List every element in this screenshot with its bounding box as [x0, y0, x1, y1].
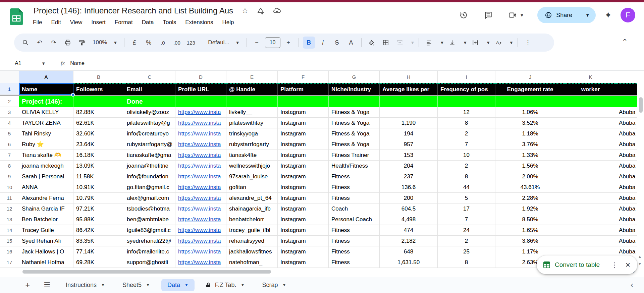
header-cell-email[interactable]: Email [124, 83, 175, 95]
cell[interactable] [380, 96, 438, 107]
all-sheets-menu-icon[interactable]: ☰ [40, 278, 54, 292]
column-header-G[interactable]: G [329, 71, 380, 83]
add-sheet-icon[interactable]: ＋ [21, 278, 34, 292]
menu-extensions[interactable]: Extensions [185, 19, 213, 26]
cell[interactable]: info@mailerlite.c [124, 246, 175, 257]
cell[interactable]: 12 [438, 107, 495, 118]
cell[interactable]: 97sarah_louise [226, 171, 278, 182]
increase-decimal-button[interactable]: .00 [171, 37, 183, 49]
select-all-corner[interactable] [0, 71, 19, 83]
cell[interactable]: livkelly__ [226, 107, 278, 118]
font-family-select[interactable]: Defaul...▼ [205, 39, 242, 46]
document-title[interactable]: Project (146): Influencer Research and L… [34, 6, 233, 15]
cell[interactable]: 237 [380, 171, 438, 182]
cell[interactable]: tianaskafte@gma [124, 150, 175, 161]
cell[interactable]: 16.18K [73, 150, 124, 161]
header-cell-followers[interactable]: Followers [73, 83, 124, 95]
cell[interactable]: 1,631.50 [380, 257, 438, 268]
sheet-tab-data[interactable]: Data▼ [161, 279, 195, 291]
cell[interactable]: 83.35K [73, 236, 124, 246]
star-icon[interactable]: ☆ [242, 7, 248, 15]
cell[interactable]: 8.50% [495, 214, 565, 225]
cell[interactable]: Fitness & Yoga [329, 139, 380, 150]
cell[interactable]: Fitness [329, 182, 380, 193]
cell[interactable]: syedrehanali22@ [124, 236, 175, 246]
cell[interactable]: 474 [380, 225, 438, 236]
cell[interactable]: joanna@thefitne [124, 161, 175, 171]
row-number-1[interactable]: 1 [0, 83, 19, 95]
vertical-align-caret[interactable]: ▼ [463, 40, 467, 45]
menu-view[interactable]: View [70, 19, 83, 26]
row-number-3[interactable]: 3 [0, 107, 19, 118]
row-number-11[interactable]: 11 [0, 193, 19, 203]
vertical-align-button[interactable] [446, 37, 458, 49]
vertical-scrollbar[interactable] [637, 83, 644, 271]
cell[interactable]: Instagram [278, 257, 329, 268]
cell[interactable]: Fitness [329, 246, 380, 257]
sheet-tab-caret[interactable]: ▼ [146, 283, 150, 287]
cell[interactable]: https://www.insta [175, 193, 226, 203]
cell[interactable]: tracey_guile_ifbl [226, 225, 278, 236]
menu-tools[interactable]: Tools [163, 19, 176, 26]
row-number-7[interactable]: 7 [0, 150, 19, 161]
sheet-tab-caret[interactable]: ▼ [241, 283, 245, 287]
font-size-input[interactable]: 10 [265, 37, 280, 48]
cell[interactable]: 2,182 [380, 236, 438, 246]
cell[interactable] [565, 182, 616, 193]
cell[interactable]: https://www.insta [175, 139, 226, 150]
cell[interactable]: Fitness [329, 225, 380, 236]
vertical-scroll-arrows[interactable]: ▲▼ [638, 254, 642, 266]
share-options-caret[interactable]: ▼ [579, 7, 596, 23]
formula-input[interactable]: Name [70, 60, 85, 66]
header-cell-niche[interactable]: Niche/Industry [329, 83, 380, 95]
cell[interactable]: 7 [438, 214, 495, 225]
cell[interactable] [565, 214, 616, 225]
cell[interactable]: jackhallowsfitnes [226, 246, 278, 257]
sheet-tab-instructions[interactable]: Instructions▼ [60, 279, 111, 291]
cell[interactable]: https://www.insta [175, 257, 226, 268]
account-avatar[interactable]: F [621, 8, 635, 22]
cell[interactable]: https://www.insta [175, 107, 226, 118]
cell[interactable]: Fitness & Yoga [329, 128, 380, 139]
cell[interactable]: https://www.insta [175, 203, 226, 214]
cell[interactable]: 153 [380, 150, 438, 161]
cell[interactable]: 1.92% [495, 203, 565, 214]
cell[interactable] [226, 96, 278, 107]
header-cell-profile_url[interactable]: Profile URL [175, 83, 226, 95]
cell[interactable]: alexandre_pt_64 [226, 193, 278, 203]
cell[interactable]: 32.60K [73, 128, 124, 139]
cell[interactable]: go.fitan@gmail.c [124, 182, 175, 193]
cell[interactable]: 24 [438, 225, 495, 236]
search-icon[interactable] [19, 37, 32, 49]
cell[interactable]: 1.56% [495, 161, 565, 171]
text-wrap-caret[interactable]: ▼ [486, 40, 490, 45]
meet-camera-button[interactable]: ▼ [508, 11, 524, 19]
cell[interactable]: 8 [438, 118, 495, 128]
column-header-E[interactable]: E [226, 71, 278, 83]
cell[interactable]: Fitness Trainer [329, 150, 380, 161]
cell[interactable]: 95.88K [73, 214, 124, 225]
cell[interactable]: 2 [438, 128, 495, 139]
cell[interactable]: 3.86% [495, 236, 565, 246]
cell[interactable]: 1.18% [495, 128, 565, 139]
cell[interactable]: 200 [380, 193, 438, 203]
cell[interactable]: 1,190 [380, 118, 438, 128]
popup-close-icon[interactable]: ✕ [624, 261, 632, 269]
cell[interactable]: 43.61% [495, 182, 565, 193]
cell[interactable] [438, 96, 495, 107]
cell[interactable]: tianask4fte [226, 150, 278, 161]
cell[interactable]: Instagram [278, 128, 329, 139]
cell[interactable]: 1.33% [495, 150, 565, 161]
cell[interactable]: 25 [438, 246, 495, 257]
sheets-logo-icon[interactable] [10, 8, 23, 25]
cell[interactable]: Instagram [278, 171, 329, 182]
menu-format[interactable]: Format [115, 19, 133, 26]
cell[interactable]: wellnesswithjojo [226, 161, 278, 171]
cell[interactable]: Fitness & Yoga [329, 118, 380, 128]
cell[interactable]: support@ghostli [124, 257, 175, 268]
cell[interactable]: Instagram [278, 246, 329, 257]
cell[interactable] [380, 107, 438, 118]
cell[interactable]: 69.28K [73, 257, 124, 268]
cell[interactable]: joanna mckeogh [19, 161, 73, 171]
hide-menus-chevron-icon[interactable]: ⌃ [622, 38, 628, 46]
